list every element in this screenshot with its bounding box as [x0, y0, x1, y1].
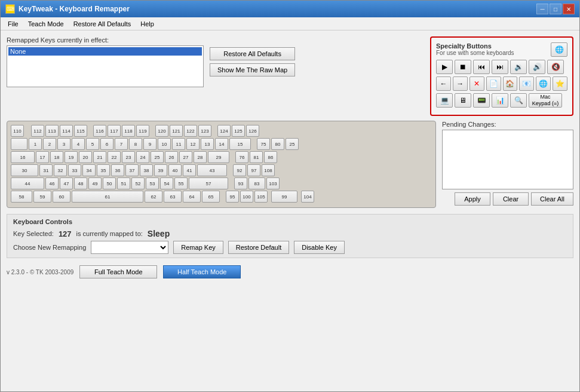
key-31[interactable]: 31 [39, 164, 53, 176]
restore-default-button[interactable]: Restore Default [228, 241, 289, 254]
key-57[interactable]: 57 [189, 177, 228, 189]
key-19[interactable]: 19 [65, 151, 78, 163]
half-teach-mode-button[interactable]: Half Teach Mode [163, 265, 241, 278]
remap-key-button[interactable]: Remap Key [173, 241, 223, 254]
key-46[interactable]: 46 [45, 177, 59, 189]
spec-mail-btn[interactable]: 📧 [519, 76, 534, 91]
key-3[interactable]: 3 [57, 138, 70, 150]
spec-fav-btn[interactable]: ⭐ [553, 76, 567, 91]
key-36[interactable]: 36 [111, 164, 124, 176]
key-86[interactable]: 86 [264, 151, 277, 163]
key-28[interactable]: 28 [194, 151, 207, 163]
clear-button[interactable]: Clear [493, 192, 529, 206]
remapping-dropdown[interactable] [91, 241, 168, 254]
show-raw-map-button[interactable]: Show Me The Raw Map [210, 63, 295, 76]
key-27[interactable]: 27 [179, 151, 192, 163]
key-43[interactable]: 43 [197, 164, 227, 176]
restore-all-defaults-button[interactable]: Restore All Defaults [210, 47, 295, 60]
key-4[interactable]: 4 [72, 138, 85, 150]
key-26[interactable]: 26 [165, 151, 178, 163]
key-32[interactable]: 32 [54, 164, 67, 176]
key-112[interactable]: 112 [31, 125, 44, 137]
key-15[interactable]: 15 [229, 138, 251, 150]
spec-doc-btn[interactable]: 📄 [486, 76, 501, 91]
key-22[interactable]: 22 [108, 151, 121, 163]
spec-search-btn[interactable]: 🔍 [510, 93, 527, 108]
key-37[interactable]: 37 [125, 164, 139, 176]
menu-file[interactable]: File [3, 19, 23, 29]
key-61[interactable]: 61 [72, 191, 143, 203]
spec-mac-keypad-btn[interactable]: MacKeypad (=) [529, 93, 562, 108]
key-108[interactable]: 108 [262, 164, 275, 176]
key-75[interactable]: 75 [257, 138, 270, 150]
key-124[interactable]: 124 [217, 125, 231, 137]
full-teach-mode-button[interactable]: Full Teach Mode [79, 265, 157, 278]
menu-help[interactable]: Help [136, 19, 159, 29]
key-16[interactable]: 16 [11, 151, 35, 163]
key-11[interactable]: 11 [172, 138, 185, 150]
key-35[interactable]: 35 [97, 164, 110, 176]
key-58[interactable]: 58 [11, 191, 32, 203]
spec-back-btn[interactable]: ← [436, 76, 451, 91]
key-17[interactable]: 17 [36, 151, 49, 163]
key-55[interactable]: 55 [174, 177, 188, 189]
key-110[interactable]: 110 [11, 125, 24, 137]
key-8[interactable]: 8 [129, 138, 142, 150]
key-76[interactable]: 76 [235, 151, 248, 163]
spec-prev-btn[interactable]: ⏮ [473, 60, 490, 74]
key-121[interactable]: 121 [170, 125, 183, 137]
key-6[interactable]: 6 [100, 138, 113, 150]
key-21[interactable]: 21 [93, 151, 106, 163]
key-41[interactable]: 41 [183, 164, 196, 176]
key-14[interactable]: 14 [215, 138, 228, 150]
key-126[interactable]: 126 [246, 125, 259, 137]
key-64[interactable]: 64 [183, 191, 201, 203]
key-92[interactable]: 92 [233, 164, 246, 176]
key-97[interactable]: 97 [247, 164, 260, 176]
key-115[interactable]: 115 [74, 125, 87, 137]
key-10[interactable]: 10 [158, 138, 171, 150]
key-40[interactable]: 40 [168, 164, 182, 176]
key-120[interactable]: 120 [155, 125, 168, 137]
key-125[interactable]: 125 [232, 125, 245, 137]
spec-vol-up-btn[interactable]: 🔊 [529, 60, 545, 74]
key-34[interactable]: 34 [82, 164, 96, 176]
key-25[interactable]: 25 [286, 138, 299, 150]
key-99[interactable]: 99 [271, 191, 297, 203]
key-51[interactable]: 51 [117, 177, 130, 189]
key-122[interactable]: 122 [184, 125, 197, 137]
key-1[interactable]: 1 [29, 138, 42, 150]
key-23[interactable]: 23 [122, 151, 135, 163]
key-114[interactable]: 114 [60, 125, 73, 137]
key-24[interactable]: 24 [136, 151, 149, 163]
key-5[interactable]: 5 [86, 138, 99, 150]
spec-device-btn[interactable]: 📟 [473, 93, 490, 108]
spec-vol-down-btn[interactable]: 🔉 [510, 60, 527, 74]
close-button[interactable]: ✕ [563, 4, 575, 14]
remapped-keys-none[interactable]: None [8, 47, 202, 56]
key-60[interactable]: 60 [53, 191, 70, 203]
key-33[interactable]: 33 [68, 164, 81, 176]
clear-all-button[interactable]: Clear All [531, 192, 573, 206]
spec-monitor-btn[interactable]: 🖥 [455, 93, 471, 108]
key-63[interactable]: 63 [164, 191, 182, 203]
key-104[interactable]: 104 [301, 191, 314, 203]
key-62[interactable]: 62 [145, 191, 162, 203]
key-83[interactable]: 83 [248, 177, 265, 189]
key-50[interactable]: 50 [103, 177, 116, 189]
key-123[interactable]: 123 [198, 125, 211, 137]
key-113[interactable]: 113 [45, 125, 59, 137]
key-53[interactable]: 53 [146, 177, 159, 189]
key-20[interactable]: 20 [79, 151, 92, 163]
key-12[interactable]: 12 [186, 138, 200, 150]
key-105[interactable]: 105 [254, 191, 268, 203]
key-100[interactable]: 100 [240, 191, 253, 203]
key-39[interactable]: 39 [154, 164, 167, 176]
minimize-button[interactable]: ─ [536, 4, 548, 14]
key-9[interactable]: 9 [143, 138, 156, 150]
key-81[interactable]: 81 [250, 151, 263, 163]
key-18[interactable]: 18 [50, 151, 63, 163]
key-7[interactable]: 7 [115, 138, 128, 150]
key-119[interactable]: 119 [136, 125, 149, 137]
disable-key-button[interactable]: Disable Key [294, 241, 345, 254]
